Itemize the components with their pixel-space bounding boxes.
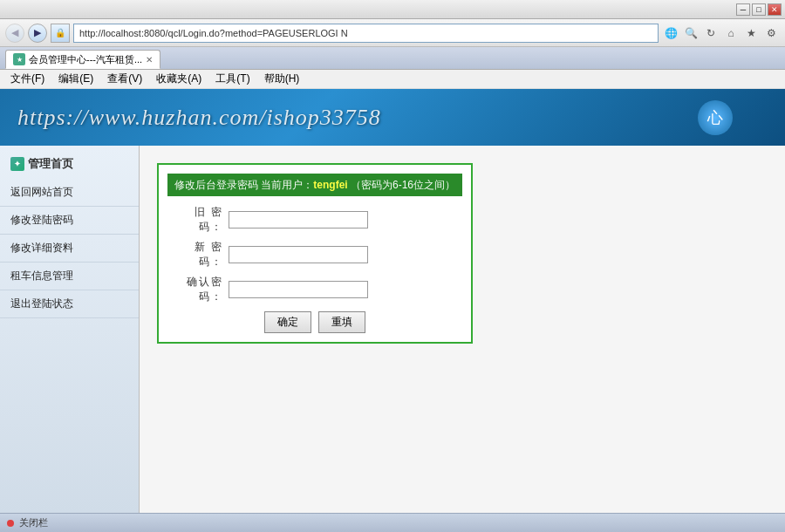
sidebar-home-icon: ✦: [10, 157, 24, 171]
tab-label: 会员管理中心---汽车租赁...: [29, 53, 142, 66]
old-password-label: 旧 密 码：: [167, 205, 229, 235]
form-title-prefix: 修改后台登录密码 当前用户：: [174, 179, 313, 191]
confirm-button[interactable]: 确定: [264, 311, 311, 333]
forward-button[interactable]: ▶: [28, 24, 47, 43]
browser-titlebar: ─ □ ✕: [0, 0, 785, 19]
confirm-password-label: 确认密码：: [167, 275, 229, 304]
password-form: 修改后台登录密码 当前用户：tengfei （密码为6-16位之间） 旧 密 码…: [157, 163, 473, 344]
menu-help[interactable]: 帮助(H): [257, 70, 307, 88]
header-logo: 心: [698, 100, 733, 135]
main-area: ✦ 管理首页 返回网站首页 修改登陆密码 修改详细资料 租车信息管理 退出登陆状…: [0, 146, 785, 513]
window-controls: ─ □ ✕: [736, 3, 782, 16]
form-username: tengfei: [313, 179, 347, 191]
old-password-row: 旧 密 码：: [167, 205, 462, 235]
status-bar: 关闭栏: [0, 513, 785, 532]
home-icon[interactable]: ⌂: [722, 24, 740, 42]
sidebar-item-logout[interactable]: 退出登陆状态: [0, 290, 139, 318]
maximize-button[interactable]: □: [752, 3, 766, 16]
form-title-suffix: （密码为6-16位之间）: [348, 179, 455, 191]
settings-icon[interactable]: ⚙: [762, 24, 780, 42]
menu-favorites[interactable]: 收藏夹(A): [149, 70, 208, 88]
tab-favicon: ★: [13, 53, 25, 65]
sidebar-header-label: 管理首页: [28, 156, 73, 172]
browser-toolbar: ◀ ▶ 🔒 http://localhost:8080/qcl/Login.do…: [0, 19, 785, 47]
new-password-row: 新 密 码：: [167, 240, 462, 269]
security-icon: 🔒: [51, 24, 70, 43]
form-buttons: 确定 重填: [167, 311, 462, 333]
sidebar-item-home[interactable]: 返回网站首页: [0, 179, 139, 207]
sidebar-header: ✦ 管理首页: [0, 153, 139, 179]
tab-close-button[interactable]: ✕: [146, 55, 153, 65]
search-compat-icon: 🌐: [662, 24, 679, 42]
status-dot-icon: [7, 520, 14, 527]
refresh-icon[interactable]: ↻: [702, 24, 720, 42]
old-password-input[interactable]: [229, 211, 368, 228]
page-content: https://www.huzhan.com/ishop33758 心 ✦ 管理…: [0, 89, 785, 513]
status-label[interactable]: 关闭栏: [19, 516, 48, 529]
url-text: http://localhost:8080/qcl/Login.do?metho…: [79, 28, 348, 38]
sidebar-item-password[interactable]: 修改登陆密码: [0, 207, 139, 235]
back-button[interactable]: ◀: [5, 24, 24, 43]
content-area: 修改后台登录密码 当前用户：tengfei （密码为6-16位之间） 旧 密 码…: [140, 146, 785, 513]
menu-bar: 文件(F) 编辑(E) 查看(V) 收藏夹(A) 工具(T) 帮助(H): [0, 70, 785, 89]
menu-view[interactable]: 查看(V): [100, 70, 149, 88]
close-button[interactable]: ✕: [768, 3, 782, 16]
new-password-label: 新 密 码：: [167, 240, 229, 269]
new-password-input[interactable]: [229, 246, 368, 263]
sidebar: ✦ 管理首页 返回网站首页 修改登陆密码 修改详细资料 租车信息管理 退出登陆状…: [0, 146, 140, 513]
toolbar-right-icons: 🌐 🔍 ↻ ⌂ ★ ⚙: [662, 24, 780, 42]
reset-button[interactable]: 重填: [318, 311, 365, 333]
menu-edit[interactable]: 编辑(E): [51, 70, 100, 88]
minimize-button[interactable]: ─: [736, 3, 750, 16]
confirm-password-row: 确认密码：: [167, 275, 462, 304]
form-title: 修改后台登录密码 当前用户：tengfei （密码为6-16位之间）: [167, 174, 462, 196]
tab-main[interactable]: ★ 会员管理中心---汽车租赁... ✕: [5, 50, 160, 69]
page-header: https://www.huzhan.com/ishop33758 心: [0, 89, 785, 146]
menu-tools[interactable]: 工具(T): [208, 70, 256, 88]
header-text: https://www.huzhan.com/ishop33758: [17, 105, 381, 131]
sidebar-item-profile[interactable]: 修改详细资料: [0, 235, 139, 263]
address-bar[interactable]: http://localhost:8080/qcl/Login.do?metho…: [73, 24, 659, 43]
sidebar-item-rental[interactable]: 租车信息管理: [0, 263, 139, 290]
confirm-password-input[interactable]: [229, 281, 368, 298]
menu-file[interactable]: 文件(F): [3, 70, 51, 88]
star-icon[interactable]: ★: [742, 24, 760, 42]
tab-bar: ★ 会员管理中心---汽车租赁... ✕: [0, 47, 785, 70]
search-icon[interactable]: 🔍: [682, 24, 700, 42]
